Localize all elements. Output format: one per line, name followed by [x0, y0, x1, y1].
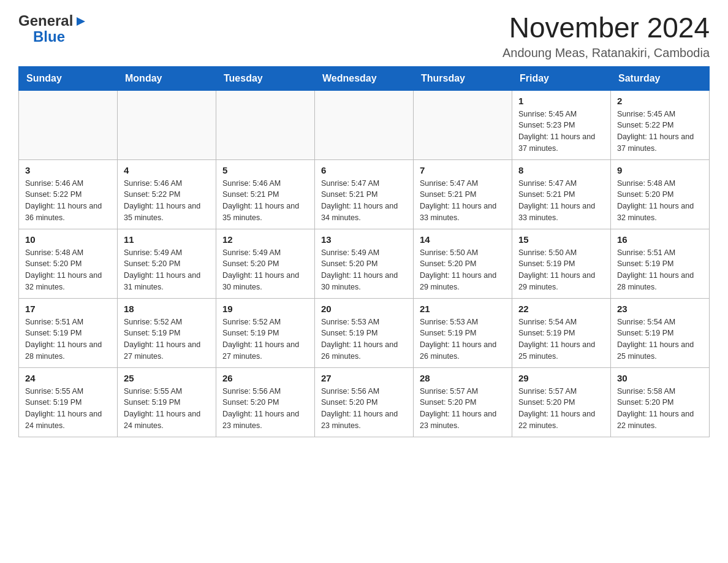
- calendar-cell: 8Sunrise: 5:47 AMSunset: 5:21 PMDaylight…: [512, 159, 611, 229]
- calendar-cell: 11Sunrise: 5:49 AMSunset: 5:20 PMDayligh…: [118, 229, 216, 298]
- day-number: 16: [617, 234, 703, 245]
- day-number: 2: [617, 96, 703, 106]
- weekday-header-sunday: Sunday: [19, 66, 118, 90]
- weekday-header-tuesday: Tuesday: [216, 66, 315, 90]
- calendar-cell: 15Sunrise: 5:50 AMSunset: 5:19 PMDayligh…: [512, 229, 611, 298]
- calendar-week-row: 1Sunrise: 5:45 AMSunset: 5:23 PMDaylight…: [19, 90, 710, 159]
- day-info: Sunrise: 5:58 AMSunset: 5:20 PMDaylight:…: [617, 386, 703, 432]
- day-info: Sunrise: 5:46 AMSunset: 5:21 PMDaylight:…: [222, 178, 308, 224]
- calendar-cell: [216, 90, 315, 159]
- logo-arrow-icon: [74, 15, 88, 28]
- day-info: Sunrise: 5:47 AMSunset: 5:21 PMDaylight:…: [321, 178, 407, 224]
- day-info: Sunrise: 5:45 AMSunset: 5:23 PMDaylight:…: [518, 109, 604, 155]
- calendar-week-row: 3Sunrise: 5:46 AMSunset: 5:22 PMDaylight…: [19, 159, 710, 229]
- day-info: Sunrise: 5:54 AMSunset: 5:19 PMDaylight:…: [617, 316, 703, 362]
- calendar-cell: 28Sunrise: 5:57 AMSunset: 5:20 PMDayligh…: [414, 367, 512, 437]
- day-info: Sunrise: 5:49 AMSunset: 5:20 PMDaylight:…: [321, 247, 407, 293]
- day-info: Sunrise: 5:54 AMSunset: 5:19 PMDaylight:…: [518, 316, 604, 362]
- month-title: November 2024: [502, 12, 710, 44]
- weekday-header-thursday: Thursday: [414, 66, 512, 90]
- day-info: Sunrise: 5:52 AMSunset: 5:19 PMDaylight:…: [222, 316, 308, 362]
- calendar-cell: [19, 90, 118, 159]
- calendar-cell: 27Sunrise: 5:56 AMSunset: 5:20 PMDayligh…: [315, 367, 414, 437]
- calendar-week-row: 24Sunrise: 5:55 AMSunset: 5:19 PMDayligh…: [19, 367, 710, 437]
- day-number: 15: [518, 234, 604, 245]
- day-number: 21: [420, 304, 506, 314]
- day-number: 11: [124, 234, 210, 245]
- calendar-cell: 6Sunrise: 5:47 AMSunset: 5:21 PMDaylight…: [315, 159, 414, 229]
- calendar-cell: 4Sunrise: 5:46 AMSunset: 5:22 PMDaylight…: [118, 159, 216, 229]
- day-info: Sunrise: 5:49 AMSunset: 5:20 PMDaylight:…: [222, 247, 308, 293]
- day-number: 26: [222, 373, 308, 383]
- svg-marker-0: [77, 17, 85, 26]
- calendar-cell: 21Sunrise: 5:53 AMSunset: 5:19 PMDayligh…: [414, 298, 512, 367]
- day-number: 5: [222, 165, 308, 175]
- calendar-cell: 5Sunrise: 5:46 AMSunset: 5:21 PMDaylight…: [216, 159, 315, 229]
- title-section: November 2024 Andoung Meas, Ratanakiri, …: [502, 12, 710, 60]
- day-number: 17: [25, 304, 111, 314]
- day-number: 6: [321, 165, 407, 175]
- day-number: 1: [518, 96, 604, 106]
- day-info: Sunrise: 5:55 AMSunset: 5:19 PMDaylight:…: [124, 386, 210, 432]
- day-number: 12: [222, 234, 308, 245]
- day-info: Sunrise: 5:50 AMSunset: 5:20 PMDaylight:…: [420, 247, 506, 293]
- logo-general-text: General: [18, 12, 73, 29]
- calendar-cell: 16Sunrise: 5:51 AMSunset: 5:19 PMDayligh…: [611, 229, 710, 298]
- day-number: 10: [25, 234, 111, 245]
- day-info: Sunrise: 5:53 AMSunset: 5:19 PMDaylight:…: [321, 316, 407, 362]
- day-number: 19: [222, 304, 308, 314]
- day-number: 24: [25, 373, 111, 383]
- day-info: Sunrise: 5:53 AMSunset: 5:19 PMDaylight:…: [420, 316, 506, 362]
- day-info: Sunrise: 5:46 AMSunset: 5:22 PMDaylight:…: [25, 178, 111, 224]
- weekday-header-friday: Friday: [512, 66, 611, 90]
- day-info: Sunrise: 5:56 AMSunset: 5:20 PMDaylight:…: [321, 386, 407, 432]
- calendar-cell: 12Sunrise: 5:49 AMSunset: 5:20 PMDayligh…: [216, 229, 315, 298]
- day-number: 28: [420, 373, 506, 383]
- day-info: Sunrise: 5:49 AMSunset: 5:20 PMDaylight:…: [124, 247, 210, 293]
- calendar-cell: 19Sunrise: 5:52 AMSunset: 5:19 PMDayligh…: [216, 298, 315, 367]
- calendar-cell: 7Sunrise: 5:47 AMSunset: 5:21 PMDaylight…: [414, 159, 512, 229]
- day-number: 22: [518, 304, 604, 314]
- day-info: Sunrise: 5:47 AMSunset: 5:21 PMDaylight:…: [420, 178, 506, 224]
- day-number: 9: [617, 165, 703, 175]
- page-header: General Blue November 2024 Andoung Meas,…: [18, 12, 710, 60]
- calendar-cell: 24Sunrise: 5:55 AMSunset: 5:19 PMDayligh…: [19, 367, 118, 437]
- calendar-cell: [315, 90, 414, 159]
- calendar-cell: 23Sunrise: 5:54 AMSunset: 5:19 PMDayligh…: [611, 298, 710, 367]
- day-info: Sunrise: 5:45 AMSunset: 5:22 PMDaylight:…: [617, 109, 703, 155]
- day-number: 30: [617, 373, 703, 383]
- logo-blue-text: Blue: [33, 28, 65, 45]
- day-number: 4: [124, 165, 210, 175]
- day-info: Sunrise: 5:51 AMSunset: 5:19 PMDaylight:…: [25, 316, 111, 362]
- day-number: 13: [321, 234, 407, 245]
- calendar-cell: [414, 90, 512, 159]
- day-info: Sunrise: 5:57 AMSunset: 5:20 PMDaylight:…: [420, 386, 506, 432]
- day-number: 8: [518, 165, 604, 175]
- day-info: Sunrise: 5:52 AMSunset: 5:19 PMDaylight:…: [124, 316, 210, 362]
- calendar-cell: 13Sunrise: 5:49 AMSunset: 5:20 PMDayligh…: [315, 229, 414, 298]
- calendar-cell: 9Sunrise: 5:48 AMSunset: 5:20 PMDaylight…: [611, 159, 710, 229]
- calendar-cell: 18Sunrise: 5:52 AMSunset: 5:19 PMDayligh…: [118, 298, 216, 367]
- weekday-header-wednesday: Wednesday: [315, 66, 414, 90]
- calendar-cell: 30Sunrise: 5:58 AMSunset: 5:20 PMDayligh…: [611, 367, 710, 437]
- calendar-week-row: 10Sunrise: 5:48 AMSunset: 5:20 PMDayligh…: [19, 229, 710, 298]
- calendar-cell: 3Sunrise: 5:46 AMSunset: 5:22 PMDaylight…: [19, 159, 118, 229]
- day-info: Sunrise: 5:55 AMSunset: 5:19 PMDaylight:…: [25, 386, 111, 432]
- weekday-header-saturday: Saturday: [611, 66, 710, 90]
- location-subtitle: Andoung Meas, Ratanakiri, Cambodia: [502, 46, 710, 60]
- day-info: Sunrise: 5:50 AMSunset: 5:19 PMDaylight:…: [518, 247, 604, 293]
- calendar-table: SundayMondayTuesdayWednesdayThursdayFrid…: [18, 66, 710, 437]
- weekday-header-row: SundayMondayTuesdayWednesdayThursdayFrid…: [19, 66, 710, 90]
- logo: General Blue: [18, 12, 88, 45]
- calendar-cell: 2Sunrise: 5:45 AMSunset: 5:22 PMDaylight…: [611, 90, 710, 159]
- day-info: Sunrise: 5:56 AMSunset: 5:20 PMDaylight:…: [222, 386, 308, 432]
- day-number: 23: [617, 304, 703, 314]
- day-number: 3: [25, 165, 111, 175]
- calendar-cell: [118, 90, 216, 159]
- calendar-cell: 20Sunrise: 5:53 AMSunset: 5:19 PMDayligh…: [315, 298, 414, 367]
- calendar-cell: 14Sunrise: 5:50 AMSunset: 5:20 PMDayligh…: [414, 229, 512, 298]
- calendar-cell: 17Sunrise: 5:51 AMSunset: 5:19 PMDayligh…: [19, 298, 118, 367]
- calendar-cell: 22Sunrise: 5:54 AMSunset: 5:19 PMDayligh…: [512, 298, 611, 367]
- calendar-cell: 25Sunrise: 5:55 AMSunset: 5:19 PMDayligh…: [118, 367, 216, 437]
- day-number: 14: [420, 234, 506, 245]
